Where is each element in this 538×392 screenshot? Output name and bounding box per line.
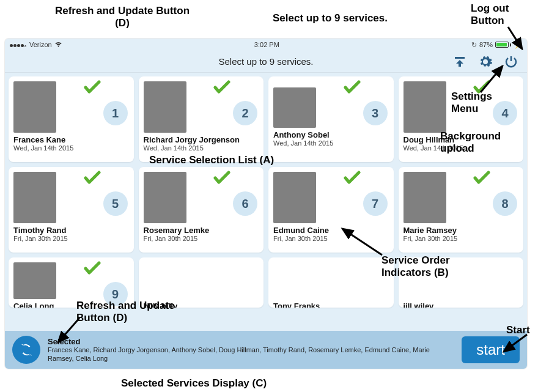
checkmark-icon <box>473 80 490 95</box>
annotation-logout-a: Log out <box>471 2 509 14</box>
battery-icon <box>495 42 511 48</box>
selected-label: Selected <box>48 337 454 346</box>
service-name: jill wiley <box>404 301 519 308</box>
clock: 3:02 PM <box>62 41 471 48</box>
order-indicator: 5 <box>103 191 128 216</box>
service-date: Wed, Jan 14th 2015 <box>273 139 389 147</box>
service-name: Timothy Rand <box>13 226 129 235</box>
service-card[interactable]: 8Marie RamseyFri, Jan 30th 2015 <box>399 167 524 253</box>
header-bar: Select up to 9 services. <box>5 51 527 73</box>
service-photo <box>404 172 446 223</box>
checkmark-icon <box>84 171 101 185</box>
checkmark-icon <box>84 261 101 276</box>
selected-names: Frances Kane, Richard Jorgy Jorgenson, A… <box>48 346 454 363</box>
order-indicator: 2 <box>233 101 257 125</box>
refresh-button[interactable] <box>12 336 40 364</box>
service-photo <box>13 81 56 133</box>
service-photo <box>13 262 56 299</box>
order-indicator: 1 <box>103 101 128 125</box>
order-indicator: 7 <box>363 191 388 216</box>
carrier-label: Verizon <box>29 41 52 48</box>
battery-percent: 87% <box>479 41 493 48</box>
service-photo <box>144 172 186 223</box>
service-photo <box>404 81 446 133</box>
sync-icon: ↻ <box>471 41 477 49</box>
service-card[interactable]: jill wiley <box>399 257 524 308</box>
service-card[interactable]: 5Timothy RandFri, Jan 30th 2015 <box>9 167 134 253</box>
service-date: Wed, Jan 14th 2015 <box>13 144 129 152</box>
service-date: Fri, Jan 30th 2015 <box>13 235 129 242</box>
wifi-icon <box>54 42 62 48</box>
service-photo <box>144 81 186 133</box>
service-card[interactable]: billy billy <box>139 257 264 308</box>
service-name: Anthony Sobel <box>273 130 389 139</box>
tablet-screen: Verizon 3:02 PM ↻ 87% ⚡ Select up to 9 s… <box>5 39 527 369</box>
annotation-refresh-top-b: (D) <box>115 17 130 29</box>
order-indicator: 3 <box>363 101 388 125</box>
checkmark-icon <box>213 171 230 185</box>
annotation-refresh-top-a: Refresh and Update Button <box>55 5 190 17</box>
service-name: Marie Ramsey <box>404 226 519 235</box>
service-card[interactable]: 6Rosemary LemkeFri, Jan 30th 2015 <box>139 167 264 253</box>
service-date: Wed, Jan 14th 2015 <box>144 144 259 152</box>
annotation-selected-services: Selected Services Display (C) <box>121 377 267 389</box>
service-card[interactable]: 4Doug HillmanWed, Jan 14th 2015 <box>399 76 524 162</box>
annotation-selection-title: Select up to 9 services. <box>273 12 388 24</box>
checkmark-icon <box>473 171 490 185</box>
service-card[interactable]: 7Edmund CaineFri, Jan 30th 2015 <box>268 167 394 253</box>
checkmark-icon <box>213 80 230 95</box>
service-name: billy billy <box>144 301 259 308</box>
order-indicator: 9 <box>103 282 128 306</box>
service-card[interactable]: 3Anthony SobelWed, Jan 14th 2015 <box>268 76 394 162</box>
service-card[interactable]: 1Frances KaneWed, Jan 14th 2015 <box>9 76 134 162</box>
service-name: Tony Franks <box>273 301 389 308</box>
order-indicator: 4 <box>493 101 517 125</box>
refresh-icon <box>18 342 34 358</box>
service-name: Doug Hillman <box>404 135 519 144</box>
start-button[interactable]: start <box>462 336 520 363</box>
order-indicator: 8 <box>493 191 517 216</box>
selected-services-display: Selected Frances Kane, Richard Jorgy Jor… <box>48 337 454 363</box>
service-photo <box>144 262 186 299</box>
service-photo <box>404 262 446 299</box>
service-photo <box>273 262 316 299</box>
service-photo <box>13 172 56 223</box>
annotation-logout-b: Button <box>471 15 504 26</box>
service-photo <box>273 172 316 223</box>
order-indicator: 6 <box>233 191 257 216</box>
footer-bar: Selected Frances Kane, Richard Jorgy Jor… <box>5 331 527 369</box>
signal-dots-icon <box>10 41 27 48</box>
service-date: Fri, Jan 30th 2015 <box>144 235 259 242</box>
checkmark-icon <box>344 80 361 95</box>
service-date: Fri, Jan 30th 2015 <box>404 235 519 242</box>
service-date: Fri, Jan 30th 2015 <box>273 235 389 242</box>
service-grid: 1Frances KaneWed, Jan 14th 20152Richard … <box>5 73 527 369</box>
service-card[interactable]: 9Celia LongFri, Jan 30th 2015 <box>9 257 134 308</box>
page-title: Select up to 9 services. <box>5 56 527 67</box>
service-date: Wed, Jan 14th 2015 <box>404 144 519 152</box>
checkmark-icon <box>84 80 101 95</box>
service-name: Richard Jorgy Jorgenson <box>144 135 259 144</box>
service-name: Edmund Caine <box>273 226 389 235</box>
service-card[interactable]: Tony Franks <box>268 257 394 308</box>
charging-icon: ⚡ <box>514 41 522 49</box>
checkmark-icon <box>344 171 361 185</box>
service-photo <box>273 87 316 128</box>
service-card[interactable]: 2Richard Jorgy JorgensonWed, Jan 14th 20… <box>139 76 264 162</box>
service-name: Rosemary Lemke <box>144 226 259 235</box>
service-name: Frances Kane <box>13 135 129 144</box>
status-bar: Verizon 3:02 PM ↻ 87% ⚡ <box>5 39 527 51</box>
